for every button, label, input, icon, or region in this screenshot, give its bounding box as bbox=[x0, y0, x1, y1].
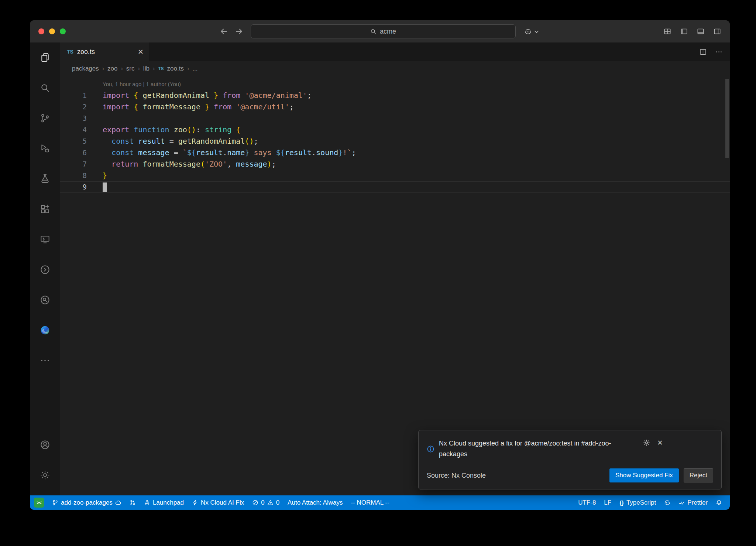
statusbar-formatter-prettier[interactable]: Prettier bbox=[674, 495, 712, 510]
rocket-icon bbox=[144, 499, 150, 506]
activitybar-search[interactable] bbox=[30, 73, 60, 103]
copilot-icon bbox=[525, 28, 532, 35]
statusbar-text: UTF-8 bbox=[578, 499, 596, 506]
statusbar-text: Launchpad bbox=[153, 499, 184, 506]
breadcrumb-item[interactable]: packages bbox=[72, 65, 99, 72]
chevron-down-icon bbox=[533, 28, 540, 35]
activitybar-settings[interactable] bbox=[30, 460, 60, 490]
statusbar-launchpad[interactable]: Launchpad bbox=[140, 495, 188, 510]
activitybar-remote-explorer[interactable] bbox=[30, 224, 60, 255]
line-number: 8 bbox=[60, 170, 87, 181]
activitybar-edge-devtools[interactable] bbox=[30, 315, 60, 345]
code-line-8[interactable]: 8} bbox=[60, 170, 730, 181]
scrollbar-thumb[interactable] bbox=[725, 79, 729, 158]
vscode-window: acme TS zoo.ts ✕ bbox=[30, 20, 730, 510]
tab-zoo-ts[interactable]: TS zoo.ts ✕ bbox=[60, 42, 149, 61]
line-number: 1 bbox=[60, 90, 87, 101]
statusbar-eol[interactable]: LF bbox=[600, 495, 615, 510]
statusbar-text: Nx Cloud AI Fix bbox=[201, 499, 244, 506]
statusbar-auto-attach[interactable]: Auto Attach: Always bbox=[284, 495, 347, 510]
branch-icon bbox=[52, 499, 58, 506]
statusbar-text: 0 bbox=[276, 499, 279, 506]
breadcrumb-separator: › bbox=[138, 65, 140, 72]
breadcrumb-separator: › bbox=[153, 65, 155, 72]
notification-close-icon[interactable]: ✕ bbox=[657, 439, 663, 447]
statusbar-text: LF bbox=[604, 499, 611, 506]
statusbar-nx-cloud-ai-fix[interactable]: Nx Cloud AI Fix bbox=[188, 495, 248, 510]
toggle-panel-icon[interactable] bbox=[697, 28, 704, 35]
zoom-window-button[interactable] bbox=[60, 28, 66, 34]
breadcrumb-file[interactable]: zoo.ts bbox=[167, 65, 184, 72]
statusbar-text: TypeScript bbox=[626, 499, 656, 506]
tab-close-icon[interactable]: ✕ bbox=[138, 48, 144, 55]
statusbar-problems[interactable]: 00 bbox=[248, 495, 284, 510]
command-center-value: acme bbox=[380, 28, 396, 35]
minimize-window-button[interactable] bbox=[49, 28, 55, 34]
bell-icon bbox=[716, 499, 722, 506]
statusbar-text: -- NORMAL -- bbox=[351, 499, 389, 506]
code-line-7[interactable]: 7 return formatMessage('ZOO', message); bbox=[60, 158, 730, 170]
activitybar-nx-console[interactable] bbox=[30, 255, 60, 285]
breadcrumb-separator: › bbox=[102, 65, 104, 72]
more-actions-icon[interactable] bbox=[715, 48, 722, 55]
code-line-5[interactable]: 5 const result = getRandomAnimal(); bbox=[60, 136, 730, 147]
toggle-secondary-sidebar-icon[interactable] bbox=[714, 28, 721, 35]
typescript-file-icon: TS bbox=[158, 66, 164, 71]
activitybar-source-control[interactable] bbox=[30, 103, 60, 133]
toggle-primary-sidebar-icon[interactable] bbox=[680, 28, 688, 35]
activitybar-extensions[interactable] bbox=[30, 194, 60, 224]
editor-scrollbar[interactable] bbox=[725, 76, 730, 495]
breadcrumb-item[interactable]: src bbox=[126, 65, 135, 72]
customize-layout-icon[interactable] bbox=[664, 28, 671, 35]
statusbar-text: Prettier bbox=[687, 499, 708, 506]
statusbar-encoding[interactable]: UTF-8 bbox=[574, 495, 600, 510]
code-line-6[interactable]: 6 const message = `${result.name} says $… bbox=[60, 147, 730, 158]
remote-explorer-icon bbox=[39, 234, 51, 245]
activitybar-run-and-debug[interactable] bbox=[30, 133, 60, 164]
statusbar-language-mode[interactable]: {}TypeScript bbox=[615, 495, 660, 510]
code-line-3[interactable]: 3 bbox=[60, 113, 730, 124]
notification-message: Nx Cloud suggested a fix for @acme/zoo:t… bbox=[439, 438, 638, 460]
breadcrumb-tail[interactable]: ... bbox=[192, 65, 197, 72]
code-line-1[interactable]: 1import { getRandomAnimal } from '@acme/… bbox=[60, 90, 730, 101]
codelens-blame[interactable]: You, 1 hour ago | 1 author (You) bbox=[60, 78, 730, 90]
status-bar: ><add-zoo-packagesLaunchpadNx Cloud AI F… bbox=[30, 495, 730, 510]
split-editor-icon[interactable] bbox=[700, 48, 707, 55]
statusbar-remote-indicator[interactable]: >< bbox=[30, 495, 48, 510]
activitybar-inspect[interactable] bbox=[30, 285, 60, 315]
statusbar-compare-changes[interactable] bbox=[126, 495, 140, 510]
activitybar-more[interactable] bbox=[30, 345, 60, 376]
statusbar-vim-mode[interactable]: -- NORMAL -- bbox=[347, 495, 393, 510]
command-center-search[interactable]: acme bbox=[251, 24, 516, 38]
code-line-4[interactable]: 4export function zoo(): string { bbox=[60, 124, 730, 136]
notification-source: Source: Nx Console bbox=[427, 472, 605, 480]
back-icon[interactable] bbox=[220, 27, 228, 35]
reject-button[interactable]: Reject bbox=[684, 468, 713, 482]
breadcrumb-separator: › bbox=[187, 65, 189, 72]
statusbar-notifications-bell[interactable] bbox=[712, 495, 726, 510]
activitybar-accounts[interactable] bbox=[30, 430, 60, 460]
breadcrumb-item[interactable]: zoo bbox=[107, 65, 117, 72]
forward-icon[interactable] bbox=[235, 27, 243, 35]
pr-icon bbox=[130, 499, 136, 506]
statusbar-git-branch[interactable]: add-zoo-packages bbox=[48, 495, 126, 510]
activitybar-explorer[interactable] bbox=[30, 42, 60, 73]
typescript-file-icon: TS bbox=[67, 49, 73, 55]
line-number: 4 bbox=[60, 124, 87, 136]
warning-icon bbox=[267, 499, 274, 506]
more-icon bbox=[39, 355, 51, 366]
notification-settings-icon[interactable] bbox=[643, 439, 650, 447]
activitybar-testing[interactable] bbox=[30, 164, 60, 194]
code-line-9[interactable]: 9 bbox=[60, 181, 730, 193]
copilot-menu[interactable] bbox=[525, 28, 540, 35]
show-suggested-fix-button[interactable]: Show Suggested Fix bbox=[609, 468, 679, 482]
statusbar-copilot-status[interactable] bbox=[660, 495, 674, 510]
code-line-2[interactable]: 2import { formatMessage } from '@acme/ut… bbox=[60, 101, 730, 113]
accounts-icon bbox=[39, 439, 51, 450]
breadcrumb-item[interactable]: lib bbox=[143, 65, 150, 72]
info-icon bbox=[427, 438, 434, 460]
close-window-button[interactable] bbox=[38, 28, 44, 34]
breadcrumb-separator: › bbox=[121, 65, 123, 72]
breadcrumb: packages›zoo›src›lib›TSzoo.ts›... bbox=[60, 61, 730, 76]
testing-icon bbox=[39, 173, 51, 184]
